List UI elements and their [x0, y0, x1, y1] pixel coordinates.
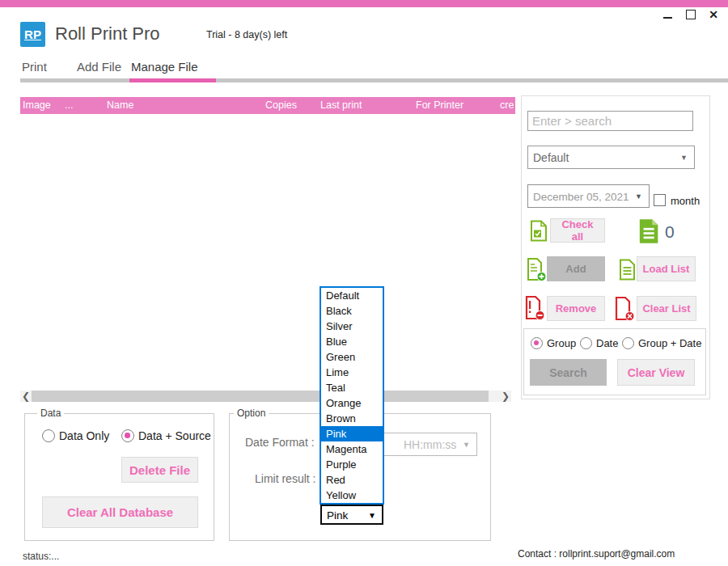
file-list-area: [20, 114, 515, 390]
chevron-down-icon: ▼: [635, 192, 642, 201]
column-header-for-printer[interactable]: For Printer: [416, 99, 463, 111]
color-option-silver[interactable]: Silver: [321, 319, 383, 334]
radio-date-label: Date: [596, 337, 618, 349]
clear-list-document-icon: [614, 296, 635, 322]
radio-date[interactable]: Date: [580, 337, 618, 349]
date-format-label: Date Format :: [245, 436, 315, 449]
radio-dot: [531, 337, 543, 349]
color-option-lime[interactable]: Lime: [321, 365, 383, 380]
app-window: ✕ RP Roll Print Pro Trial - 8 day(s) lef…: [0, 0, 728, 566]
horizontal-scrollbar-thumb[interactable]: [32, 391, 489, 402]
chevron-down-icon: ▼: [680, 154, 688, 162]
color-option-teal[interactable]: Teal: [321, 380, 383, 395]
radio-data-only[interactable]: Data Only: [42, 429, 109, 442]
search-input[interactable]: [527, 111, 693, 131]
tab-manage-file[interactable]: Manage File: [131, 60, 198, 74]
tab-selected-indicator: [129, 78, 216, 82]
limit-result-label: Limit result :: [255, 472, 315, 485]
color-option-default[interactable]: Default: [321, 288, 383, 303]
tab-print[interactable]: Print: [22, 60, 47, 74]
clear-all-database-button[interactable]: Clear All Database: [42, 496, 198, 528]
radio-group-date-label: Group + Date: [638, 337, 701, 349]
check-all-document-icon: [530, 220, 548, 242]
clear-view-button[interactable]: Clear View: [617, 359, 695, 386]
column-header-created[interactable]: cre: [500, 99, 514, 111]
column-header-last-print[interactable]: Last print: [320, 99, 362, 111]
trial-label: Trial - 8 day(s) left: [206, 29, 287, 40]
tab-track: [20, 78, 728, 82]
column-header-dots[interactable]: ...: [65, 99, 73, 111]
radio-dot: [622, 337, 634, 349]
column-header-copies[interactable]: Copies: [265, 99, 297, 111]
maximize-button[interactable]: [682, 6, 700, 23]
minimize-button[interactable]: [658, 6, 676, 23]
close-icon: ✕: [709, 8, 718, 21]
maximize-icon: [686, 10, 696, 19]
color-option-black[interactable]: Black: [321, 303, 383, 319]
status-text: status:...: [23, 551, 59, 562]
column-header-name[interactable]: Name: [107, 99, 133, 111]
delete-file-button[interactable]: Delete File: [121, 457, 198, 483]
month-checkbox-label: month: [671, 195, 700, 207]
list-count-document-icon: [637, 218, 660, 244]
scroll-left-icon[interactable]: ❮: [20, 391, 32, 402]
color-option-blue[interactable]: Blue: [321, 334, 383, 349]
titlebar-accent: [0, 0, 728, 7]
color-option-yellow[interactable]: Yellow: [321, 488, 383, 503]
app-title: Roll Print Pro: [55, 23, 160, 44]
chevron-down-icon: ▼: [368, 510, 376, 519]
app-logo: RP: [20, 22, 45, 47]
color-option-brown[interactable]: Brown: [321, 411, 383, 426]
color-option-green[interactable]: Green: [321, 349, 383, 365]
remove-document-icon: [524, 295, 545, 321]
date-picker-value: December 05, 2021: [533, 190, 629, 202]
remove-button[interactable]: Remove: [547, 296, 605, 321]
radio-data-only-label: Data Only: [59, 429, 109, 442]
radio-data-source[interactable]: Data + Source: [121, 429, 211, 442]
close-button[interactable]: ✕: [705, 6, 722, 23]
table-header: Image ... Name Copies Last print For Pri…: [20, 97, 515, 114]
color-dropdown[interactable]: Pink ▼: [320, 505, 383, 525]
tab-add-file[interactable]: Add File: [77, 60, 121, 74]
column-header-image[interactable]: Image: [23, 99, 51, 111]
color-dropdown-list: Default Black Silver Blue Green Lime Tea…: [320, 286, 384, 505]
date-picker-dropdown[interactable]: December 05, 2021 ▼: [527, 184, 650, 208]
date-format-value: HH:mm:ss: [404, 438, 456, 451]
data-groupbox-title: Data: [37, 408, 64, 419]
scroll-right-icon[interactable]: ❯: [500, 391, 511, 402]
add-document-icon: [527, 257, 547, 282]
color-option-magenta[interactable]: Magenta: [321, 441, 383, 457]
radio-group-date[interactable]: Group + Date: [622, 337, 701, 349]
color-option-purple[interactable]: Purple: [321, 457, 383, 472]
radio-dot: [42, 429, 55, 442]
group-filter-dropdown[interactable]: Default ▼: [527, 146, 695, 169]
add-button[interactable]: Add: [547, 256, 605, 281]
color-option-orange[interactable]: Orange: [321, 395, 383, 411]
option-groupbox-title: Option: [234, 408, 269, 419]
chevron-down-icon: ▼: [463, 441, 470, 449]
check-all-button[interactable]: Check all: [550, 218, 605, 243]
search-button[interactable]: Search: [530, 359, 607, 386]
radio-group-label: Group: [547, 337, 576, 349]
month-checkbox[interactable]: [654, 194, 666, 206]
load-list-document-icon: [619, 259, 636, 281]
contact-text: Contact : rollprint.suport@gmail.com: [518, 548, 675, 560]
load-list-button[interactable]: Load List: [637, 256, 696, 281]
minimize-icon: [663, 17, 672, 19]
list-count-value: 0: [665, 222, 675, 242]
radio-dot: [121, 429, 134, 442]
group-filter-value: Default: [533, 151, 569, 164]
color-option-red[interactable]: Red: [321, 472, 383, 488]
radio-data-source-label: Data + Source: [138, 429, 211, 442]
radio-group[interactable]: Group: [531, 337, 576, 349]
color-option-pink[interactable]: Pink: [321, 426, 383, 441]
color-dropdown-value: Pink: [327, 509, 348, 521]
clear-list-button[interactable]: Clear List: [637, 296, 696, 321]
radio-dot: [580, 337, 592, 349]
